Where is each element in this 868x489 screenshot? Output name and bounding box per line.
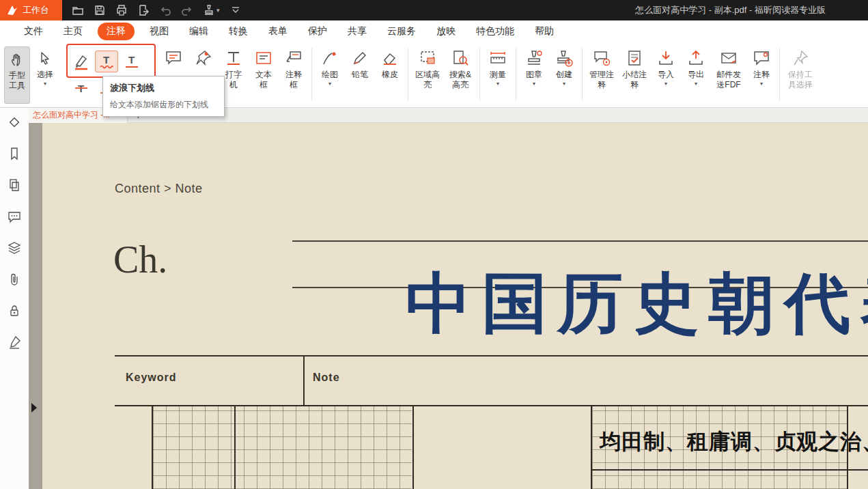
pdf-page[interactable]: Content > Note Ch. 中国历史朝代表 Keyword Note … bbox=[42, 123, 868, 489]
select-tool-button[interactable]: 选择 ▾ bbox=[32, 46, 58, 104]
workspace-label: 工作台 bbox=[23, 4, 49, 16]
undo-icon[interactable] bbox=[159, 4, 171, 16]
open-folder-icon[interactable] bbox=[72, 4, 84, 16]
doc-breadcrumb: Content > Note bbox=[115, 182, 203, 196]
document-column: 怎么面对高中学习 -... × + Content > Note Ch. 中国历… bbox=[29, 108, 868, 489]
comment-bubble-icon[interactable] bbox=[7, 209, 22, 224]
workspace-button[interactable]: 工作台 bbox=[0, 0, 62, 20]
search-highlight-icon bbox=[451, 49, 469, 67]
handwritten-note: 均田制、租庸调、贞观之治、 bbox=[600, 428, 868, 456]
ribbon-button-export[interactable]: 导出 ▾ bbox=[682, 45, 710, 87]
strikeout-icon: T bbox=[72, 80, 90, 98]
squiggly-underline-tool[interactable]: T bbox=[95, 51, 118, 72]
ribbon-button-callout[interactable]: 注释框 bbox=[280, 45, 307, 90]
ribbon-button-stamp[interactable]: 图章 ▾ bbox=[520, 45, 548, 87]
create-stamp-icon bbox=[555, 49, 573, 67]
titlebar: 工作台 ▾ bbox=[0, 0, 868, 20]
dropdown-caret-icon[interactable]: ▾ bbox=[496, 81, 499, 87]
menu-share[interactable]: 共享 bbox=[337, 23, 377, 40]
workarea: 怎么面对高中学习 -... × + Content > Note Ch. 中国历… bbox=[0, 108, 868, 489]
ruled-line bbox=[292, 240, 868, 242]
window-title: 怎么面对高中学习 - 副本.pdf - 福昕阅读器专业版 bbox=[635, 4, 826, 16]
pages-icon[interactable] bbox=[7, 178, 22, 193]
ribbon-button-drawing[interactable]: 绘图 ▾ bbox=[316, 45, 344, 87]
ribbon-button-sticky-note[interactable] bbox=[160, 45, 187, 70]
ribbon-separator bbox=[311, 48, 312, 101]
hand-icon bbox=[9, 51, 25, 68]
underline-tool[interactable]: T bbox=[120, 51, 143, 72]
table-column-line bbox=[591, 405, 592, 489]
ribbon-separator bbox=[582, 48, 583, 101]
signature-pen-icon[interactable] bbox=[7, 335, 22, 350]
foxit-logo-icon bbox=[6, 4, 18, 16]
stamp-icon bbox=[525, 49, 543, 67]
menu-present[interactable]: 放映 bbox=[426, 23, 466, 40]
bookmark-icon[interactable] bbox=[7, 146, 22, 161]
lock-icon[interactable] bbox=[7, 303, 22, 318]
layers-icon[interactable] bbox=[7, 240, 22, 255]
dropdown-caret-icon[interactable]: ▾ bbox=[44, 81, 46, 87]
ribbon-button-comment[interactable]: 注释 ▾ bbox=[748, 45, 775, 87]
highlighter-icon bbox=[72, 53, 90, 70]
ribbon-button-create[interactable]: 创建 ▾ bbox=[550, 45, 578, 87]
table-column-line bbox=[234, 405, 236, 489]
ribbon-button-email-fdf[interactable]: 邮件发送FDF bbox=[712, 45, 745, 90]
menu-convert[interactable]: 转换 bbox=[219, 23, 258, 40]
ribbon-button-eraser[interactable]: 橡皮 bbox=[376, 45, 404, 80]
menu-file[interactable]: 文件 bbox=[14, 23, 53, 40]
dropdown-caret-icon[interactable]: ▾ bbox=[328, 81, 331, 87]
page-viewport: Content > Note Ch. 中国历史朝代表 Keyword Note … bbox=[29, 123, 868, 489]
navigation-sidebar bbox=[0, 108, 29, 489]
dropdown-caret-icon[interactable]: ▾ bbox=[664, 81, 667, 87]
stamp-tool-icon bbox=[203, 4, 215, 16]
menu-home[interactable]: 主页 bbox=[53, 23, 93, 40]
hand-tool-label: 手型工具 bbox=[8, 70, 26, 91]
highlight-tool[interactable] bbox=[70, 51, 93, 72]
table-top-line bbox=[115, 355, 868, 357]
ribbon-button-keep-tool-selected[interactable]: 保持工具选择 bbox=[784, 45, 817, 90]
strikeout-tool[interactable]: T bbox=[70, 78, 93, 100]
ribbon-button-attachment[interactable] bbox=[190, 45, 217, 70]
tooltip-title: 波浪下划线 bbox=[110, 82, 217, 94]
ribbon-button-measure[interactable]: 测量 ▾ bbox=[484, 45, 512, 87]
ribbon-button-search-highlight[interactable]: 搜索&高亮 bbox=[445, 45, 475, 90]
hand-tool-button[interactable]: 手型工具 bbox=[4, 46, 30, 104]
typewriter-icon bbox=[225, 49, 242, 67]
dropdown-caret-icon[interactable]: ▾ bbox=[760, 81, 763, 87]
dropdown-caret-icon[interactable]: ▾ bbox=[533, 81, 535, 87]
diamond-icon[interactable] bbox=[7, 115, 22, 130]
ribbon-separator bbox=[479, 48, 480, 101]
select-tool-label: 选择 bbox=[36, 70, 54, 80]
print-icon[interactable] bbox=[115, 4, 128, 16]
ribbon-button-import[interactable]: 导入 ▾ bbox=[652, 45, 680, 87]
ribbon-button-manage-comments[interactable]: 管理注释 bbox=[587, 45, 617, 90]
redo-icon[interactable] bbox=[181, 4, 193, 16]
menu-protect[interactable]: 保护 bbox=[298, 23, 337, 40]
ribbon-button-textbox[interactable]: 文本框 bbox=[250, 45, 277, 90]
ribbon-button-pencil[interactable]: 铅笔 bbox=[346, 45, 374, 80]
document-tab-label: 怎么面对高中学习 -... bbox=[33, 109, 110, 121]
menu-edit[interactable]: 编辑 bbox=[179, 23, 219, 40]
customize-chevron-icon[interactable] bbox=[229, 4, 242, 16]
menu-help[interactable]: 帮助 bbox=[524, 23, 564, 40]
menu-features[interactable]: 特色功能 bbox=[466, 23, 524, 40]
menu-view[interactable]: 视图 bbox=[139, 23, 179, 40]
ribbon-separator bbox=[516, 48, 516, 101]
save-icon[interactable] bbox=[94, 4, 106, 16]
menu-cloud[interactable]: 云服务 bbox=[377, 23, 426, 40]
export-icon[interactable] bbox=[137, 4, 150, 16]
ribbon-button-summarize-comments[interactable]: 小结注释 bbox=[619, 45, 649, 90]
measure-icon bbox=[489, 49, 507, 67]
doc-chapter-label: Ch. bbox=[113, 238, 167, 281]
expand-panel-arrow[interactable] bbox=[31, 403, 37, 413]
paperclip-icon[interactable] bbox=[7, 272, 22, 287]
pin-attachment-icon bbox=[195, 49, 212, 67]
dropdown-caret-icon[interactable]: ▾ bbox=[563, 81, 565, 87]
stamp-tool-button[interactable]: ▾ bbox=[203, 4, 220, 16]
dropdown-caret-icon[interactable]: ▾ bbox=[695, 81, 697, 87]
textbox-icon bbox=[255, 49, 272, 67]
menu-comment[interactable]: 注释 bbox=[98, 23, 135, 40]
drawing-icon bbox=[321, 49, 339, 67]
ribbon-button-area-highlight[interactable]: 区域高亮 bbox=[412, 45, 443, 90]
menu-form[interactable]: 表单 bbox=[258, 23, 298, 40]
